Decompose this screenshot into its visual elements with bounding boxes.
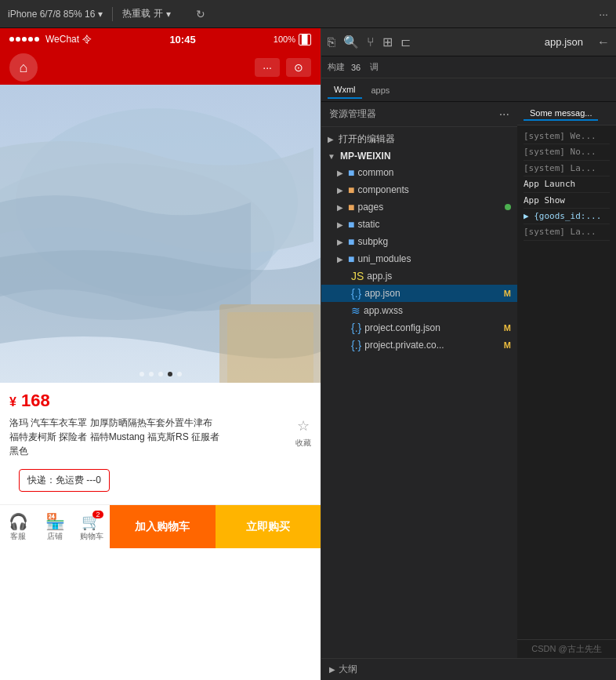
outline-label: 大纲 [339,663,357,676]
modified-badge: M [504,323,511,333]
carousel-dot-5[interactable] [177,372,182,376]
more-btn[interactable]: ··· [255,58,280,77]
phone-bottom-bar: 🎧 客服 🏪 店铺 🛒 2 购物车 加入购物车 立即购买 [0,504,321,548]
status-battery: 100% ▉ [274,34,311,45]
folder-common[interactable]: ▶ ■ common [321,164,517,181]
shop-label: 店铺 [47,531,63,542]
status-signal: WeChat 令 [9,33,92,46]
opened-editors-section[interactable]: ▶ 打开的编辑器 [321,130,517,148]
tab-wxml[interactable]: Wxml [328,82,362,99]
record-btn[interactable]: ⊙ [286,58,311,77]
folder-components[interactable]: ▶ ■ components [321,181,517,198]
device-selector[interactable]: iPhone 6/7/8 85% 16 ▾ [8,9,103,20]
outline-chevron-icon: ▶ [329,665,335,674]
file-project-config[interactable]: {.} project.config.json M [321,319,517,336]
battery-percent: 100% [274,35,295,44]
product-description: 洛玛 汽车车衣车罩 加厚防晒隔热车套外置牛津布福特麦柯斯 探险者 福特Musta… [9,416,311,458]
modified-badge: M [504,289,511,298]
phone-time: 10:45 [169,34,195,45]
tab-apps[interactable]: apps [365,82,397,98]
folder-static-label: static [357,219,379,230]
product-info: ¥ 168 洛玛 汽车车衣车罩 加厚防晒隔热车套外置牛津布福特麦柯斯 探险者 福… [0,383,321,463]
svg-rect-4 [227,312,313,383]
file-explorer: 资源管理器 ··· ▶ 打开的编辑器 ▼ MP-WEIXIN [321,102,517,658]
chevron-right-icon: ▶ [337,169,343,177]
shipping-label: 快递：免运费 ---0 [27,475,101,485]
build-label: 构建 [328,61,345,73]
folder-uni-modules-label: uni_modules [357,253,411,264]
root-folder-label: MP-WEIXIN [340,151,391,162]
console-app-show: App Show [524,193,610,209]
console-content: [system] We... [system] No... [system] L… [517,125,616,639]
ide-toolbar: ⎘ 🔍 ⑂ ⊞ ⊏ app.json ← [321,28,616,56]
file-app-wxss[interactable]: ≋ app.wxss [321,302,517,319]
outline-bar[interactable]: ▶ 大纲 [321,658,616,680]
refresh-icon[interactable]: ↻ [196,8,205,20]
folder-subpkg-label: subpkg [357,236,388,247]
folder-subpkg[interactable]: ▶ ■ subpkg [321,233,517,250]
console-line: [system] We... [524,129,610,144]
ide-body: 资源管理器 ··· ▶ 打开的编辑器 ▼ MP-WEIXIN [321,102,616,658]
search-icon[interactable]: 🔍 [343,35,359,49]
file-app-json[interactable]: {.} app.json M [321,285,517,302]
explorer-title: 资源管理器 [329,107,376,121]
folder-pages[interactable]: ▶ ■ pages [321,198,517,216]
cart-nav-item[interactable]: 🛒 2 购物车 [73,512,110,542]
console-app-launch: App Launch [524,176,610,192]
mp-weixin-root[interactable]: ▼ MP-WEIXIN [321,148,517,164]
more-options[interactable]: ··· [599,8,608,20]
home-button[interactable]: ⌂ [9,53,38,82]
carousel-dot-3[interactable] [158,372,163,376]
carousel-dot-4[interactable] [168,372,172,376]
opened-editors-label: 打开的编辑器 [339,133,395,146]
star-icon: ☆ [297,416,310,437]
ide-secondary-bar: 构建 36 调 [321,56,616,78]
service-icon: 🎧 [9,512,28,531]
add-to-cart-button[interactable]: 加入购物车 [110,505,216,548]
file-project-config-label: project.config.json [364,322,440,333]
phone-simulator: WeChat 令 10:45 100% ▉ ⌂ ··· ⊙ [0,28,321,680]
add-to-cart-label: 加入购物车 [135,520,190,534]
console-line: [system] No... [524,144,610,160]
explorer-content: ▶ 打开的编辑器 ▼ MP-WEIXIN ▶ ■ common [321,127,517,658]
folder-static[interactable]: ▶ ■ static [321,216,517,233]
top-toolbar: iPhone 6/7/8 85% 16 ▾ 热重载 开 ▾ ↻ ··· [0,0,616,28]
folder-icon: ■ [348,235,354,248]
file-project-private-label: project.private.co... [364,340,444,351]
sidebar-icon[interactable]: ⊏ [400,35,411,49]
branch-icon[interactable]: ⑂ [367,35,375,49]
file-app-js[interactable]: JS app.js [321,267,517,285]
buy-now-label: 立即购买 [246,520,290,534]
price-value: 168 [21,391,50,410]
buy-now-button[interactable]: 立即购买 [216,505,321,548]
explorer-header: 资源管理器 ··· [321,102,517,127]
phone-nav-bar: ⌂ ··· ⊙ [0,50,321,85]
bottom-nav-items: 🎧 客服 🏪 店铺 🛒 2 购物车 [0,512,110,542]
folder-uni-modules[interactable]: ▶ ■ uni_modules [321,250,517,267]
explorer-more[interactable]: ··· [499,107,509,122]
chevron-right-icon: ▶ [337,203,343,212]
copy-icon[interactable]: ⎘ [328,35,335,49]
grid-icon[interactable]: ⊞ [382,35,393,49]
carousel-dot-2[interactable] [149,372,154,376]
nav-right-buttons: ··· ⊙ [255,58,311,77]
inspect-tab[interactable]: 调 [370,61,379,73]
hot-reload-toggle[interactable]: 热重载 开 ▾ [122,7,170,20]
back-icon[interactable]: ← [597,35,610,49]
console-tab-messages[interactable]: Some messag... [524,107,598,121]
file-app-wxss-label: app.wxss [364,305,403,316]
collect-button[interactable]: ☆ 收藏 [295,416,311,449]
carousel-dot-1[interactable] [140,372,144,376]
ide-panel: ⎘ 🔍 ⑂ ⊞ ⊏ app.json ← 构建 36 调 Wxml apps 资… [321,28,616,680]
folder-icon: ■ [348,184,354,196]
phone-status-bar: WeChat 令 10:45 100% ▉ [0,28,321,50]
service-nav-item[interactable]: 🎧 客服 [0,512,37,542]
console-line: [system] La... [524,161,610,176]
csdn-watermark: CSDN @古土先生 [517,639,616,658]
file-project-private[interactable]: {.} project.private.co... M [321,336,517,354]
shop-nav-item[interactable]: 🏪 店铺 [37,512,74,542]
wifi-icon: 令 [82,33,92,46]
folder-pages-label: pages [357,202,383,213]
home-icon: ⌂ [20,60,28,76]
product-price: ¥ 168 [9,391,311,411]
